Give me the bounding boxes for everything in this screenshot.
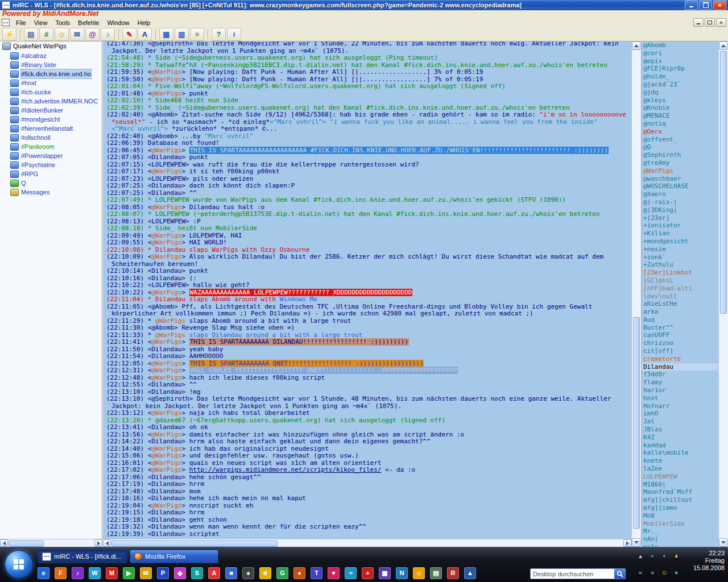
channel-tree-item[interactable]: #IdiotenBunker — [0, 106, 102, 115]
quicklaunch-icon[interactable]: ■ — [225, 567, 237, 579]
nicklist-item[interactable]: MoB — [642, 512, 718, 520]
scrollbar-thumb[interactable] — [633, 317, 640, 529]
toolbar-query-button[interactable]: ☺ — [55, 28, 69, 41]
nicklist-item[interactable]: Buster^^ — [642, 324, 718, 332]
nicklist-item[interactable]: nAn| — [642, 535, 718, 543]
nicklist-item[interactable]: [oFF]bad-alti — [642, 285, 718, 293]
quicklaunch-icon[interactable]: ▲ — [464, 567, 476, 579]
nicklist-item[interactable]: kaddad — [642, 442, 718, 450]
nicklist-scrollbar[interactable] — [718, 41, 728, 547]
quicklaunch-icon[interactable]: M — [106, 567, 118, 579]
channel-tree-item[interactable]: #RPG — [0, 169, 102, 178]
nicklist-item[interactable]: @treAmy — [642, 159, 718, 167]
nicklist-item[interactable]: @Oerx — [642, 128, 718, 136]
quicklaunch-icon[interactable]: N — [396, 567, 408, 579]
scroll-up-button[interactable] — [632, 41, 640, 50]
toolbar-address-book-button[interactable]: @ — [85, 28, 100, 41]
scroll-right-button[interactable] — [623, 539, 631, 547]
nicklist-item[interactable]: +Zuthulu — [642, 261, 718, 269]
quicklaunch-icon[interactable]: G — [276, 567, 288, 579]
nicklist-item[interactable]: @epix — [642, 57, 718, 65]
quicklaunch-icon[interactable]: ≈ — [345, 567, 357, 579]
quicklaunch-icon[interactable]: ● — [293, 567, 305, 579]
mdi-minimize-button[interactable] — [693, 18, 704, 27]
nicklist-item[interactable]: @Sephiroth — [642, 151, 718, 159]
taskbar-item-mirc[interactable]: mIRC - WLS - [#fick.di... — [38, 550, 127, 563]
scroll-right-button[interactable] — [94, 539, 102, 547]
quicklaunch-icon[interactable]: A — [208, 567, 220, 579]
nicklist-item[interactable]: @FCE|Ripr0p — [642, 65, 718, 73]
quicklaunch-icon[interactable]: R — [447, 567, 459, 579]
start-button[interactable] — [5, 550, 33, 579]
channel-tree-item[interactable]: #mondgesicht — [0, 115, 102, 124]
quicklaunch-icon[interactable]: ▶ — [123, 567, 135, 579]
nicklist-item[interactable]: f3dd0r — [642, 371, 718, 379]
menu-window[interactable]: Window — [103, 19, 133, 27]
nicklist-item[interactable]: kalle\mobile — [642, 449, 718, 457]
nicklist-item[interactable]: +[23er] — [642, 214, 718, 222]
nicklist-item[interactable]: Jal — [642, 418, 718, 426]
nicklist-item[interactable]: @Abomb — [642, 41, 718, 49]
nicklist-item[interactable]: K4Z — [642, 434, 718, 442]
menu-file[interactable]: File — [12, 19, 30, 27]
nicklist-item[interactable]: @WarPigs — [642, 167, 718, 175]
quicklaunch-icon[interactable]: ◆ — [174, 567, 186, 579]
nicklist-item[interactable]: +mondgesicht — [642, 238, 718, 246]
nicklist-item[interactable]: canUOFF — [642, 331, 718, 339]
toolbar-cascade-windows-button[interactable]: ▥ — [175, 28, 189, 41]
nicklist-item[interactable]: laZee — [642, 465, 718, 473]
menu-help[interactable]: Help — [134, 19, 155, 27]
nicklist-item[interactable]: Mannfred`Moff — [642, 488, 718, 496]
nicklist-item[interactable]: Dilandau — [642, 363, 718, 371]
nicklist-item[interactable]: Hofnarr — [642, 402, 718, 410]
nicklist-item[interactable]: chrizzoo — [642, 339, 718, 347]
nicklist-item[interactable]: JBlas — [642, 426, 718, 434]
nicklist-item[interactable]: @Knobie — [642, 104, 718, 112]
scroll-left-button[interactable] — [103, 539, 111, 547]
channel-tree-item[interactable]: #Nervenheilanstalt — [0, 124, 102, 133]
nicklist-item[interactable]: flamy — [642, 379, 718, 386]
quicklaunch-icon[interactable]: ▤ — [430, 567, 442, 579]
channel-tree-item[interactable]: #Panikroom — [0, 142, 102, 151]
nicklist-item[interactable]: mfg][chillout — [642, 496, 718, 504]
tray-icon[interactable]: ▴ — [636, 551, 645, 560]
channel-tree-item[interactable]: #hnxt — [0, 78, 102, 88]
nicklist-item[interactable]: [23er]Linkbot — [642, 269, 718, 277]
channel-tree-item[interactable]: #alcatraz — [0, 51, 102, 60]
quicklaunch-icon[interactable]: + — [362, 567, 374, 579]
tray-icon[interactable]: ▪ — [648, 551, 657, 560]
chat-vertical-scrollbar[interactable] — [631, 41, 641, 547]
quicklaunch-icon[interactable]: ♥ — [328, 567, 340, 579]
taskbar-item-firefox[interactable]: Mozilla Firefox — [130, 550, 218, 563]
nicklist-item[interactable]: @MENACE — [642, 112, 718, 120]
tree-horizontal-scrollbar[interactable] — [0, 539, 102, 547]
quicklaunch-icon[interactable]: ♠ — [242, 567, 254, 579]
tree-root-server[interactable]: QuakeNet WarPigs — [0, 41, 102, 51]
nicklist-item[interactable]: [GC]phiL — [642, 277, 718, 285]
menu-befehle[interactable]: Befehle — [74, 19, 103, 27]
nicklist-item[interactable]: arka — [642, 308, 718, 316]
nicklist-item[interactable]: @|-raix-| — [642, 198, 718, 206]
nicklist-item[interactable]: @Xaero — [642, 190, 718, 198]
nicklist-item[interactable]: Auq — [642, 316, 718, 324]
nicklist-item[interactable]: @jackd`23` — [642, 81, 718, 89]
nicklist-item[interactable]: LOLPEWPEW — [642, 473, 718, 481]
nicklist-item[interactable]: imhO — [642, 410, 718, 418]
toolbar-tile-windows-button[interactable]: ▦ — [159, 28, 173, 41]
nicklist-item[interactable]: cit[off] — [642, 347, 718, 355]
quicklaunch-icon[interactable]: W — [89, 567, 101, 579]
nicklist-item[interactable]: cremetorte — [642, 355, 718, 363]
toolbar-switchbar-button[interactable]: ≡ — [190, 28, 204, 41]
nicklist-item[interactable]: @notiq — [642, 120, 718, 128]
nicklist-item[interactable]: har1or — [642, 386, 718, 394]
nicklist-item[interactable]: M1860| — [642, 481, 718, 489]
quicklaunch-icon[interactable]: S — [191, 567, 203, 579]
nicklist-item[interactable]: +ionisator — [642, 222, 718, 230]
toolbar-options-button[interactable]: ▤ — [24, 28, 38, 41]
nicklist-item[interactable]: @WUSCHELHASE — [642, 182, 718, 190]
toolbar-help-button[interactable]: ? — [212, 28, 226, 41]
quicklaunch-icon[interactable]: e — [38, 567, 49, 579]
scroll-down-button[interactable] — [719, 538, 727, 547]
chat-link[interactable]: http://warpigs.midiandmore.net/scripts/k… — [189, 466, 382, 473]
nicklist-item[interactable]: @Q — [642, 143, 718, 151]
